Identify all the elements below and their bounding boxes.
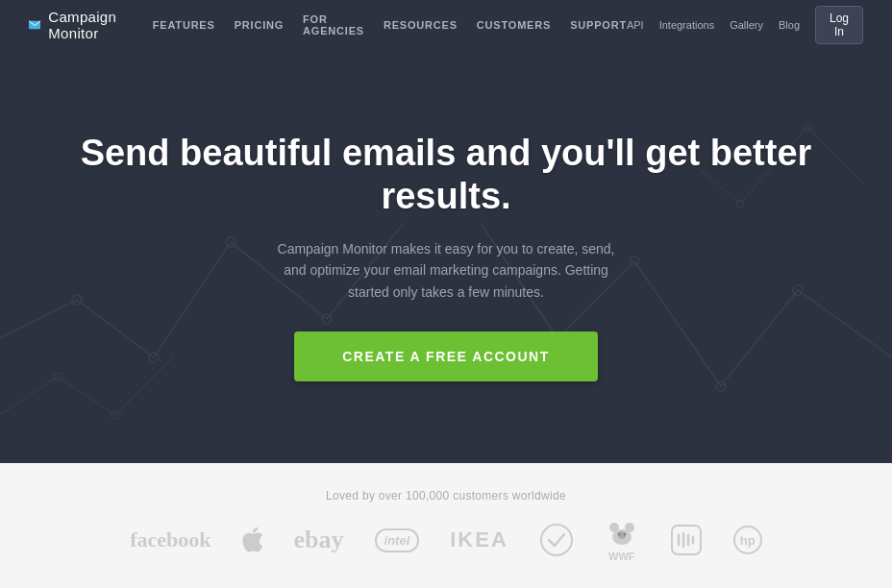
- cta-button[interactable]: CREATE A FREE ACCOUNT: [294, 331, 598, 381]
- secondary-nav: API Integrations Gallery Blog Log In: [627, 6, 863, 44]
- hero-headline: Send beautiful emails and you'll get bet…: [19, 132, 873, 219]
- nav-agencies[interactable]: FOR AGENCIES: [303, 13, 364, 37]
- svg-point-19: [623, 533, 626, 536]
- brand-facebook: facebook: [130, 527, 211, 552]
- brand-icon: [29, 18, 40, 32]
- logo-area[interactable]: Campaign Monitor: [29, 9, 124, 41]
- wwf-label: WWF: [605, 551, 639, 562]
- brand-intercom: [670, 524, 703, 556]
- brand-hp: hp: [733, 526, 762, 554]
- brand-ikea: IKEA: [450, 527, 508, 552]
- hero-subtext: Campaign Monitor makes it easy for you t…: [273, 238, 619, 303]
- brand-apple: [242, 527, 263, 552]
- wwf-panda-icon: [605, 518, 639, 547]
- hero-content: Send beautiful emails and you'll get bet…: [0, 132, 892, 381]
- facebook-logo: facebook: [130, 527, 211, 552]
- nav-gallery[interactable]: Gallery: [730, 19, 763, 31]
- login-button[interactable]: Log In: [815, 6, 863, 44]
- svg-rect-20: [672, 526, 701, 554]
- apple-icon: [242, 527, 263, 552]
- check-brand-icon: [539, 523, 574, 557]
- svg-point-13: [541, 525, 572, 555]
- svg-point-16: [625, 523, 634, 532]
- svg-point-18: [617, 533, 620, 536]
- main-nav: FEATURES PRICING FOR AGENCIES RESOURCES …: [153, 13, 627, 37]
- brand-ebay: ebay: [294, 526, 344, 554]
- logos-row: facebook ebay intel IKEA: [130, 518, 762, 562]
- logos-section: Loved by over 100,000 customers worldwid…: [0, 463, 892, 588]
- brand-check: [539, 523, 574, 557]
- nav-customers[interactable]: CUSTOMERS: [477, 19, 551, 31]
- svg-point-15: [609, 523, 619, 532]
- brand-wwf: WWF: [605, 518, 639, 562]
- ikea-logo: IKEA: [450, 527, 508, 552]
- nav-api[interactable]: API: [627, 19, 644, 31]
- nav-resources[interactable]: RESOURCES: [384, 19, 458, 31]
- intercom-icon: [670, 524, 703, 556]
- logos-tagline: Loved by over 100,000 customers worldwid…: [326, 489, 566, 502]
- hero-section: Send beautiful emails and you'll get bet…: [0, 50, 892, 463]
- nav-blog[interactable]: Blog: [779, 19, 800, 31]
- nav-support[interactable]: SUPPORT: [570, 19, 627, 31]
- nav-pricing[interactable]: PRICING: [235, 19, 284, 31]
- nav-integrations[interactable]: Integrations: [659, 19, 714, 31]
- nav-features[interactable]: FEATURES: [153, 19, 215, 31]
- brand-name: Campaign Monitor: [48, 9, 123, 41]
- hp-logo: hp: [733, 526, 762, 554]
- brand-intel: intel: [375, 528, 420, 552]
- site-header: Campaign Monitor FEATURES PRICING FOR AG…: [0, 0, 892, 50]
- intel-logo: intel: [375, 528, 420, 552]
- ebay-logo: ebay: [294, 526, 344, 554]
